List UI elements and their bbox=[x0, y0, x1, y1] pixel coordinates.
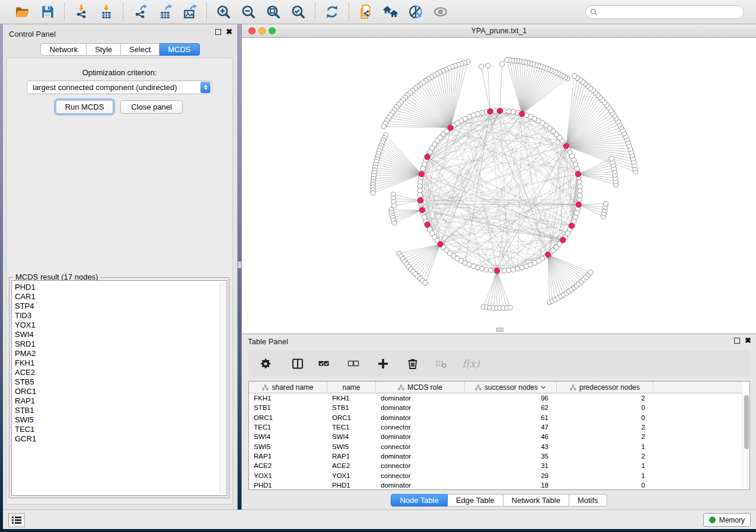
table-row[interactable]: RAP1RAP1dominator352 bbox=[249, 451, 742, 461]
table-cell[interactable]: FKH1 bbox=[249, 395, 327, 402]
table-cell[interactable]: YOX1 bbox=[249, 472, 327, 479]
table-cell[interactable]: dominator bbox=[376, 482, 465, 489]
table-cell[interactable]: dominator bbox=[376, 404, 465, 411]
column-header-name[interactable]: name bbox=[327, 382, 376, 393]
mcds-result-item[interactable]: STB5 bbox=[12, 377, 227, 387]
memory-button[interactable]: Memory bbox=[703, 513, 751, 527]
table-row[interactable]: TEC1TEC1connector472 bbox=[249, 422, 742, 432]
network-window-titlebar[interactable]: YPA_prune.txt_1 bbox=[242, 24, 756, 38]
tab-style[interactable]: Style bbox=[87, 43, 121, 56]
hide-graphics-details-button[interactable] bbox=[407, 4, 424, 20]
table-cell[interactable]: 18 bbox=[465, 482, 557, 489]
horizontal-splitter-handle[interactable] bbox=[496, 328, 503, 332]
table-cell[interactable]: 35 bbox=[465, 453, 557, 460]
mcds-result-item[interactable]: SRD1 bbox=[12, 339, 227, 349]
table-cell[interactable]: dominator bbox=[376, 433, 465, 440]
mcds-result-item[interactable]: PMA2 bbox=[12, 349, 227, 358]
table-cell[interactable]: connector bbox=[376, 443, 465, 450]
table-row[interactable]: SWI5SWI5connector431 bbox=[249, 441, 742, 451]
table-cell[interactable]: PHD1 bbox=[327, 482, 376, 489]
table-cell[interactable]: SWI4 bbox=[327, 433, 376, 440]
table-cell[interactable]: 29 bbox=[465, 472, 557, 479]
vertical-splitter-handle[interactable] bbox=[238, 261, 241, 268]
table-cell[interactable]: dominator bbox=[376, 453, 465, 460]
table-cell[interactable]: YOX1 bbox=[327, 472, 376, 479]
search-input[interactable] bbox=[585, 5, 744, 19]
table-cell[interactable]: connector bbox=[376, 462, 465, 469]
mcds-result-item[interactable]: PHD1 bbox=[12, 283, 227, 292]
table-cell[interactable]: TEC1 bbox=[327, 424, 376, 431]
table-row[interactable]: ORC1ORC1dominator610 bbox=[249, 413, 742, 422]
mcds-result-item[interactable]: GCR1 bbox=[12, 434, 227, 444]
column-header-shared-name[interactable]: shared name bbox=[249, 382, 327, 393]
table-row[interactable]: STB1STB1dominator620 bbox=[249, 403, 742, 412]
table-cell[interactable]: 96 bbox=[465, 395, 557, 402]
table-cell[interactable]: connector bbox=[376, 472, 465, 479]
table-cell[interactable]: connector bbox=[376, 424, 465, 431]
table-cell[interactable]: SWI5 bbox=[327, 443, 376, 450]
home-pages-button[interactable] bbox=[382, 4, 399, 20]
table-cell[interactable]: PHD1 bbox=[249, 482, 327, 489]
table-cell[interactable]: 0 bbox=[557, 482, 653, 489]
table-cell[interactable]: 61 bbox=[465, 414, 557, 421]
table-cell[interactable]: ORC1 bbox=[327, 414, 376, 421]
close-panel-button[interactable]: Close panel bbox=[120, 100, 183, 114]
table-cell[interactable]: SWI5 bbox=[249, 443, 327, 450]
mcds-result-item[interactable]: TEC1 bbox=[12, 425, 227, 434]
float-table-panel-icon[interactable] bbox=[734, 338, 740, 344]
table-scrollbar[interactable] bbox=[742, 394, 749, 489]
mcds-result-item[interactable]: SWI4 bbox=[12, 330, 227, 339]
table-cell[interactable]: STB1 bbox=[249, 404, 327, 411]
column-header-MCDS-role[interactable]: MCDS role bbox=[376, 382, 465, 393]
table-cell[interactable]: 2 bbox=[557, 424, 653, 431]
tab-network-table[interactable]: Network Table bbox=[503, 494, 569, 507]
table-cell[interactable]: SWI4 bbox=[249, 433, 327, 440]
tab-edge-table[interactable]: Edge Table bbox=[448, 494, 503, 507]
table-cell[interactable]: 2 bbox=[557, 395, 653, 402]
table-scrollbar-thumb[interactable] bbox=[744, 395, 749, 449]
table-cell[interactable]: dominator bbox=[376, 395, 465, 402]
table-cell[interactable]: STB1 bbox=[327, 404, 376, 411]
tab-node-table[interactable]: Node Table bbox=[391, 494, 448, 507]
table-cell[interactable]: TEC1 bbox=[249, 424, 327, 431]
mcds-result-item[interactable]: STP4 bbox=[12, 302, 227, 311]
tab-network[interactable]: Network bbox=[40, 43, 87, 56]
add-column-button[interactable] bbox=[374, 355, 392, 373]
result-list-scrollbar[interactable] bbox=[219, 281, 226, 495]
show-hide-eye-button[interactable] bbox=[432, 4, 449, 20]
mcds-result-item[interactable]: SWI5 bbox=[12, 415, 227, 425]
table-cell[interactable]: FKH1 bbox=[327, 395, 376, 402]
table-cell[interactable]: ORC1 bbox=[249, 414, 327, 421]
export-table-button[interactable] bbox=[157, 4, 173, 20]
close-table-panel-icon[interactable]: ✖ bbox=[745, 338, 751, 344]
mcds-result-list[interactable]: PHD1CAR1STP4TID3YOX1SWI4SRD1PMA2FKH1ACE2… bbox=[11, 280, 227, 496]
deselect-all-checkboxes-button[interactable] bbox=[344, 355, 362, 373]
mcds-result-item[interactable]: ORC1 bbox=[12, 387, 227, 396]
task-history-button[interactable] bbox=[8, 513, 25, 527]
settings-gear-button[interactable] bbox=[257, 355, 275, 373]
import-table-button[interactable] bbox=[98, 4, 114, 20]
table-cell[interactable]: 62 bbox=[465, 404, 557, 411]
table-cell[interactable]: 0 bbox=[557, 414, 653, 421]
export-network-button[interactable] bbox=[132, 4, 148, 20]
zoom-fit-button[interactable] bbox=[265, 4, 282, 20]
tab-motifs[interactable]: Motifs bbox=[569, 494, 607, 507]
mcds-result-item[interactable]: CAR1 bbox=[12, 292, 227, 302]
column-header-predecessor-nodes[interactable]: predecessor nodes bbox=[557, 382, 653, 393]
zoom-selected-button[interactable] bbox=[290, 4, 307, 20]
open-file-button[interactable] bbox=[14, 4, 31, 20]
table-cell[interactable]: 2 bbox=[557, 453, 653, 460]
table-cell[interactable]: 46 bbox=[465, 433, 557, 440]
clone-network-button[interactable] bbox=[358, 4, 374, 20]
import-network-button[interactable] bbox=[73, 4, 90, 20]
table-cell[interactable]: 1 bbox=[557, 472, 653, 479]
table-cell[interactable]: ACE2 bbox=[327, 462, 376, 469]
delete-column-button[interactable] bbox=[404, 355, 422, 373]
table-cell[interactable]: dominator bbox=[376, 414, 465, 421]
tab-select[interactable]: Select bbox=[121, 43, 160, 56]
table-row[interactable]: ACE2ACE2connector311 bbox=[249, 461, 742, 470]
table-cell[interactable]: 1 bbox=[557, 443, 653, 450]
mcds-result-item[interactable]: YOX1 bbox=[12, 321, 227, 330]
table-row[interactable]: SWI4SWI4dominator462 bbox=[249, 432, 742, 441]
tab-mcds[interactable]: MCDS bbox=[160, 43, 199, 56]
